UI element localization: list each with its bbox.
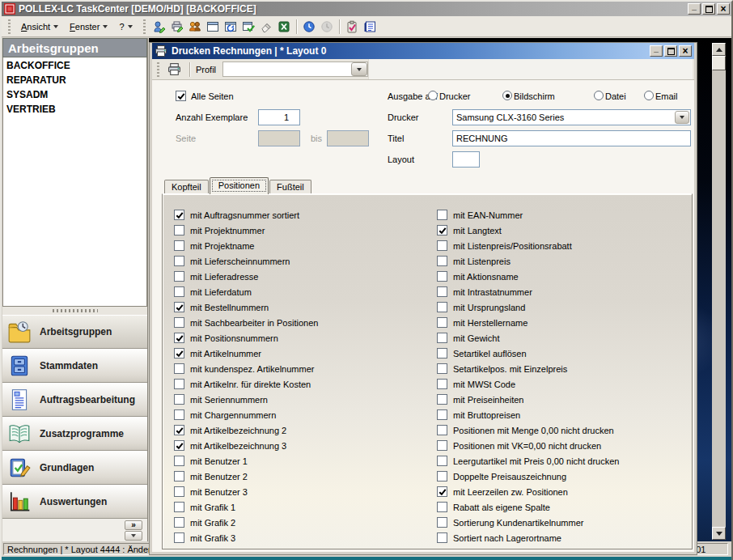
anzahl-exemplare-input[interactable]	[258, 109, 300, 125]
checkbox-label[interactable]: mit kundenspez. Artikelnummer	[190, 364, 314, 374]
eraser-icon[interactable]	[257, 18, 275, 36]
checkbox-mit-herstellername[interactable]	[437, 317, 447, 328]
tab-positionen[interactable]: Positionen	[210, 177, 269, 194]
checkbox-label[interactable]: mit Lieferscheinnummern	[190, 257, 290, 266]
users-icon[interactable]	[186, 18, 204, 36]
checkbox-mit-ursprungsland[interactable]	[437, 302, 447, 312]
sidebar-item-stammdaten[interactable]: Stammdaten	[2, 349, 147, 383]
checkbox-label[interactable]: mit Listenpreis/Positionsrabatt	[453, 241, 572, 251]
checkbox-label[interactable]: mit Seriennummern	[190, 395, 268, 405]
drucker-combobox[interactable]: Samsung CLX-3160 Series	[452, 109, 691, 125]
checkbox-mit-grafik-1[interactable]	[174, 502, 184, 512]
checkbox-mit-lieferdatum[interactable]	[174, 286, 184, 297]
sidebar-item-grundlagen[interactable]: Grundlagen	[2, 451, 147, 485]
checkbox-mit-bestellnummern[interactable]	[174, 302, 184, 312]
sidebar-overflow-button[interactable]: »	[125, 520, 142, 530]
checkbox-doppelte-preisauszeichnung[interactable]	[437, 471, 447, 482]
alle-seiten-label[interactable]: Alle Seiten	[191, 91, 234, 101]
notes-list-icon[interactable]	[361, 18, 379, 36]
menu-ansicht-button[interactable]: Ansicht	[15, 19, 64, 34]
checkbox-leergutartikel-mit-preis-0-00-nicht-drucken[interactable]	[437, 456, 447, 466]
scroll-down-icon[interactable]	[712, 527, 726, 540]
mdi-vertical-scrollbar[interactable]	[712, 43, 726, 540]
checkbox-label[interactable]: Positionen mit Menge 0,00 nicht drucken	[453, 426, 614, 435]
checkbox-label[interactable]: mit Projektnummer	[190, 226, 265, 235]
toolbar-grip[interactable]	[8, 19, 11, 34]
edit-user-icon[interactable]	[150, 18, 168, 36]
workgroup-item-vertrieb[interactable]: VERTRIEB	[3, 102, 146, 117]
checkbox-label[interactable]: mit Auftragsnummer sortiert	[190, 210, 299, 220]
drucker-dropdown-button[interactable]	[675, 111, 689, 124]
maximize-icon[interactable]	[702, 3, 715, 15]
checkbox-label[interactable]: mit Benutzer 2	[190, 472, 248, 482]
tab-kopfteil[interactable]: Kopfteil	[164, 180, 209, 194]
checkbox-label[interactable]: mit Leerzeilen zw. Positionen	[453, 487, 568, 497]
clipboard-check-icon[interactable]	[343, 18, 361, 36]
checkbox-label[interactable]: mit Intrastatnummer	[453, 287, 532, 297]
checkbox-label[interactable]: mit Langtext	[453, 226, 502, 235]
checkbox-label[interactable]: mit Gewicht	[453, 333, 499, 343]
checkbox-mit-sachbearbeiter-in-positionen[interactable]	[174, 317, 184, 328]
checkbox-label[interactable]: mit Ursprungsland	[453, 303, 525, 312]
checkbox-mit-projektnummer[interactable]	[174, 225, 184, 235]
checkbox-mit-listenpreis[interactable]	[437, 256, 447, 266]
radio-label-email[interactable]: Email	[655, 91, 678, 101]
toolbar-grip[interactable]	[143, 19, 146, 34]
checkbox-mit-gewicht[interactable]	[437, 333, 447, 343]
checkbox-mit-leerzeilen-zw-positionen[interactable]	[437, 486, 447, 497]
excel-icon[interactable]	[275, 18, 293, 36]
print-edit-icon[interactable]	[168, 18, 186, 36]
checkbox-label[interactable]: Setartikel auflösen	[453, 349, 527, 358]
checkbox-mit-benutzer-3[interactable]	[174, 486, 184, 497]
sidebar-splitter[interactable]	[2, 307, 147, 315]
checkbox-mit-preiseinheiten[interactable]	[437, 394, 447, 405]
checkbox-label[interactable]: mit Listenpreis	[453, 257, 511, 266]
checkbox-rabatt-als-eigene-spalte[interactable]	[437, 502, 447, 512]
checkbox-sortiert-nach-lagerortname[interactable]	[437, 532, 447, 543]
checkbox-mit-chargennummern[interactable]	[174, 409, 184, 420]
checkbox-mit-seriennummern[interactable]	[174, 394, 184, 405]
print-button[interactable]	[163, 61, 185, 78]
sidebar-item-zusatzprogramme[interactable]: Zusatzprogramme	[2, 417, 147, 451]
menu-fenster-button[interactable]: Fenster	[64, 19, 113, 34]
checkbox-label[interactable]: Setartikelpos. mit Einzelpreis	[453, 364, 567, 374]
toolbar-grip[interactable]	[157, 62, 159, 77]
checkbox-label[interactable]: mit Artikelnr. für direkte Kosten	[190, 380, 311, 389]
minimize-icon[interactable]	[688, 3, 701, 15]
checkbox-mit-bruttopreisen[interactable]	[437, 409, 447, 420]
checkbox-setartikelpos-mit-einzelpreis[interactable]	[437, 363, 447, 374]
checkbox-label[interactable]: mit Herstellername	[453, 318, 528, 328]
checkbox-mit-listenpreis-positionsrabatt[interactable]	[437, 240, 447, 251]
layout-input[interactable]	[452, 151, 480, 168]
close-icon[interactable]	[717, 3, 730, 15]
window-check-icon[interactable]	[239, 18, 257, 36]
checkbox-mit-lieferadresse[interactable]	[174, 271, 184, 282]
checkbox-mit-artikelnr-f-r-direkte-kosten[interactable]	[174, 379, 184, 389]
workgroup-item-backoffice[interactable]: BACKOFFICE	[3, 58, 146, 73]
checkbox-label[interactable]: mit Preiseinheiten	[453, 395, 523, 405]
checkbox-label[interactable]: mit Bestellnummern	[190, 303, 269, 312]
checkbox-label[interactable]: Positionen mit VK=0,00 nicht drucken	[453, 441, 601, 451]
checkbox-label[interactable]: mit Benutzer 3	[190, 487, 248, 497]
checkbox-label[interactable]: Doppelte Preisauszeichnung	[453, 472, 566, 482]
sidebar-item-arbeitsgruppen[interactable]: Arbeitsgruppen	[2, 315, 147, 349]
workgroup-item-sysadm[interactable]: SYSADM	[3, 87, 146, 102]
checkbox-mit-mwst-code[interactable]	[437, 379, 447, 389]
checkbox-label[interactable]: Sortierung Kundenartikelnummer	[453, 518, 583, 528]
checkbox-label[interactable]: mit Artikelnummer	[190, 349, 261, 358]
titel-input[interactable]	[452, 130, 691, 146]
checkbox-mit-auftragsnummer-sortiert[interactable]	[174, 210, 184, 220]
checkbox-mit-lieferscheinnummern[interactable]	[174, 256, 184, 266]
checkbox-label[interactable]: mit Artikelbezeichnung 2	[190, 426, 286, 435]
checkbox-label[interactable]: mit Grafik 1	[190, 503, 235, 512]
checkbox-label[interactable]: mit Aktionsname	[453, 272, 519, 282]
checkbox-mit-benutzer-2[interactable]	[174, 471, 184, 482]
radio-drucker[interactable]	[428, 91, 438, 100]
radio-email[interactable]	[644, 91, 654, 100]
window-icon[interactable]	[204, 18, 222, 36]
checkbox-mit-grafik-3[interactable]	[174, 532, 184, 543]
checkbox-label[interactable]: mit Bruttopreisen	[453, 410, 520, 420]
checkbox-label[interactable]: mit Chargennummern	[190, 410, 276, 420]
radio-label-bildschirm[interactable]: Bildschirm	[514, 91, 555, 101]
checkbox-label[interactable]: Leergutartikel mit Preis 0,00 nicht druc…	[453, 456, 619, 466]
